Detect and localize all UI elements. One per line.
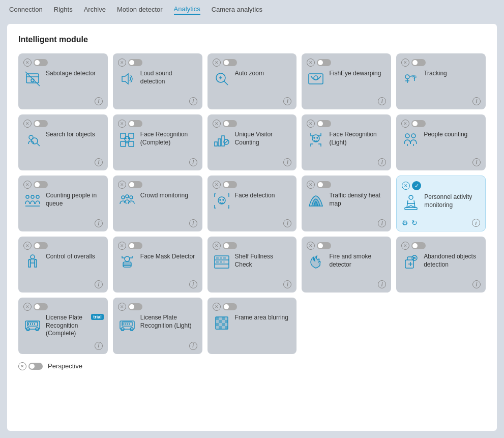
nav-archive[interactable]: Archive — [84, 6, 106, 14]
info-shelf-fullness[interactable]: i — [283, 280, 291, 288]
x-icon-frame-blur[interactable]: ✕ — [213, 303, 221, 311]
perspective-label: Perspective — [48, 362, 82, 370]
info-people-counting[interactable]: i — [472, 158, 481, 166]
x-icon-counting-queue[interactable]: ✕ — [23, 181, 32, 189]
svg-rect-60 — [223, 257, 226, 259]
card-counting-queue: ✕ — [18, 176, 108, 231]
label-search-objects: Search for objects — [46, 131, 95, 139]
info-fisheye[interactable]: i — [378, 97, 386, 105]
toggle-search-objects[interactable] — [34, 120, 48, 127]
nav-connection[interactable]: Connection — [9, 6, 43, 14]
search-objects-icon — [23, 131, 42, 149]
card-frame-blur: ✕ — [207, 298, 297, 354]
info-license-plate-light[interactable]: i — [189, 342, 197, 350]
info-face-rec-light[interactable]: i — [378, 158, 386, 166]
x-icon-license-plate-light[interactable]: ✕ — [118, 303, 126, 311]
info-personnel-activity[interactable]: i — [472, 219, 480, 227]
toggle-face-rec-light[interactable] — [317, 120, 331, 127]
toggle-traffic-density[interactable] — [317, 181, 331, 188]
toggle-crowd-monitoring[interactable] — [128, 181, 142, 188]
label-unique-visitor: Unique Visitor Counting — [235, 131, 292, 147]
x-icon-fisheye[interactable]: ✕ — [307, 59, 315, 67]
x-icon-loud-sound[interactable]: ✕ — [118, 59, 126, 67]
nav-rights[interactable]: Rights — [54, 6, 73, 14]
x-icon-people-counting[interactable]: ✕ — [401, 120, 409, 128]
x-icon-face-detection[interactable]: ✕ — [213, 181, 221, 189]
info-fire-smoke[interactable]: i — [378, 280, 386, 288]
x-icon-face-mask[interactable]: ✕ — [118, 242, 126, 250]
x-icon-crowd-monitoring[interactable]: ✕ — [118, 181, 126, 189]
label-auto-zoom: Auto zoom — [235, 70, 264, 78]
x-icon-personnel-activity[interactable]: ✕ — [402, 182, 410, 190]
toggle-sabotage[interactable] — [34, 59, 48, 66]
x-icon-fire-smoke[interactable]: ✕ — [307, 242, 315, 250]
info-tracking[interactable]: i — [472, 97, 481, 105]
x-icon-face-rec-complete[interactable]: ✕ — [118, 120, 126, 128]
svg-rect-101 — [222, 326, 225, 329]
x-icon-license-plate-complete[interactable]: ✕ — [23, 303, 32, 311]
nav-analytics[interactable]: Analytics — [174, 5, 200, 15]
toggle-fire-smoke[interactable] — [317, 242, 331, 249]
svg-rect-98 — [225, 323, 228, 326]
x-icon-perspective[interactable]: ✕ — [18, 362, 26, 370]
toggle-tracking[interactable] — [411, 59, 426, 66]
info-counting-queue[interactable]: i — [95, 219, 103, 227]
info-crowd-monitoring[interactable]: i — [189, 219, 197, 227]
info-unique-visitor[interactable]: i — [283, 158, 291, 166]
x-icon-shelf-fullness[interactable]: ✕ — [213, 242, 221, 250]
toggle-auto-zoom[interactable] — [223, 59, 237, 66]
info-sabotage[interactable]: i — [95, 97, 103, 105]
toggle-frame-blur[interactable] — [223, 303, 237, 310]
toggle-license-plate-light[interactable] — [128, 303, 142, 310]
toggle-control-overalls[interactable] — [34, 242, 48, 249]
svg-rect-92 — [219, 320, 222, 323]
x-icon-face-rec-light[interactable]: ✕ — [307, 120, 315, 128]
nav-camera-analytics[interactable]: Camera analytics — [212, 6, 262, 14]
x-icon-traffic-density[interactable]: ✕ — [307, 181, 315, 189]
top-navigation: Connection Rights Archive Motion detecto… — [0, 0, 504, 20]
info-control-overalls[interactable]: i — [95, 280, 103, 288]
x-icon-control-overalls[interactable]: ✕ — [23, 242, 32, 250]
x-icon-unique-visitor[interactable]: ✕ — [213, 120, 221, 128]
toggle-loud-sound[interactable] — [128, 59, 142, 66]
toggle-abandoned[interactable] — [411, 242, 426, 249]
toggle-people-counting[interactable] — [411, 120, 426, 127]
x-icon-auto-zoom[interactable]: ✕ — [213, 59, 221, 67]
info-face-rec-complete[interactable]: i — [189, 158, 197, 166]
x-icon-abandoned[interactable]: ✕ — [401, 242, 409, 250]
toggle-perspective[interactable] — [28, 363, 43, 370]
toggle-counting-queue[interactable] — [34, 181, 48, 188]
svg-rect-91 — [216, 320, 219, 323]
toggle-face-rec-complete[interactable] — [128, 120, 142, 127]
toggle-personnel-activity[interactable]: ✓ — [412, 181, 421, 190]
info-loud-sound[interactable]: i — [189, 97, 197, 105]
svg-rect-88 — [219, 317, 222, 320]
card-shelf-fullness: ✕ — [207, 237, 297, 293]
toggle-face-mask[interactable] — [128, 242, 142, 249]
info-face-mask[interactable]: i — [189, 280, 197, 288]
info-license-plate-complete[interactable]: i — [95, 342, 103, 350]
toggle-face-detection[interactable] — [223, 181, 237, 188]
x-icon-tracking[interactable]: ✕ — [401, 59, 409, 67]
label-personnel-activity: Personnel activity monitoring — [424, 193, 480, 209]
label-counting-queue: Counting people in queue — [46, 192, 103, 208]
toggle-shelf-fullness[interactable] — [223, 242, 237, 249]
info-face-detection[interactable]: i — [283, 219, 291, 227]
info-traffic-density[interactable]: i — [378, 219, 386, 227]
info-search-objects[interactable]: i — [95, 158, 103, 166]
traffic-density-icon — [307, 192, 325, 210]
svg-point-11 — [405, 75, 409, 79]
x-icon-search-objects[interactable]: ✕ — [23, 120, 32, 128]
toggle-license-plate-complete[interactable] — [34, 303, 48, 310]
card-face-rec-light: ✕ — [302, 114, 391, 170]
svg-rect-24 — [218, 139, 221, 146]
toggle-unique-visitor[interactable] — [223, 120, 237, 127]
info-abandoned[interactable]: i — [472, 280, 481, 288]
toggle-fisheye[interactable] — [317, 59, 331, 66]
svg-rect-59 — [220, 257, 222, 259]
nav-motion-detector[interactable]: Motion detector — [117, 6, 163, 14]
card-control-overalls: ✕ Control of overalls — [18, 237, 108, 293]
main-panel: Intelligent module ✕ — [7, 24, 497, 431]
x-icon-sabotage[interactable]: ✕ — [23, 59, 32, 67]
info-auto-zoom[interactable]: i — [283, 97, 291, 105]
